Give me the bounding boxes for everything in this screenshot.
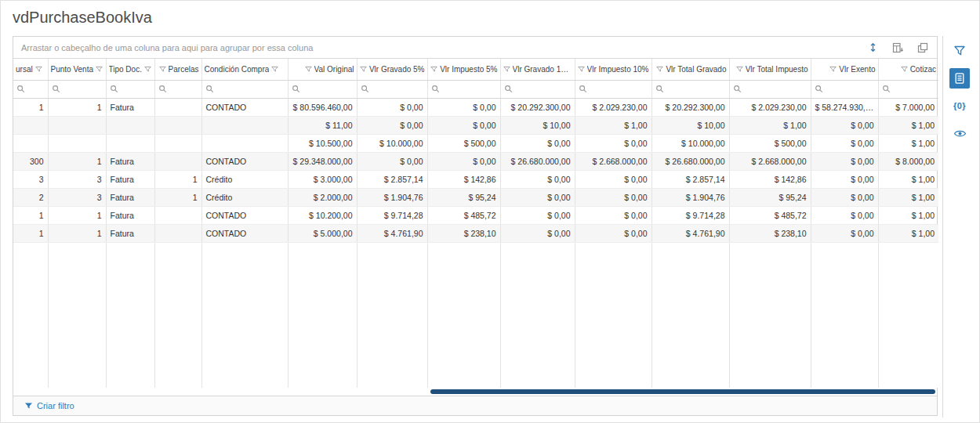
cell-vlr-total-impuesto[interactable]: $ 1,00 (729, 116, 811, 134)
column-header-sucursal[interactable]: ursal (13, 59, 48, 80)
cell-punto-venta[interactable]: 3 (48, 188, 106, 206)
cell-vlr-total-gravado[interactable]: $ 10,00 (652, 116, 729, 134)
header-filter-icon[interactable] (829, 66, 837, 73)
cell-punto-venta[interactable]: 1 (48, 152, 106, 170)
cell-punto-venta[interactable]: 1 (48, 98, 106, 116)
cell-sucursal[interactable]: 2 (13, 188, 48, 206)
column-header-vlr-impuesto-10[interactable]: Vlr Impuesto 10% (575, 59, 652, 80)
filter-cell-vlr-impuesto-5[interactable] (427, 80, 500, 98)
cell-parcelas[interactable]: 1 (154, 170, 201, 188)
header-filter-icon[interactable] (430, 66, 437, 73)
cell-vlr-gravado-10[interactable]: $ 0,00 (500, 206, 575, 224)
cell-vlr-impuesto-10[interactable]: $ 0,00 (575, 188, 652, 206)
cell-vlr-impuesto-10[interactable]: $ 0,00 (575, 134, 652, 152)
cell-cotizacion[interactable]: $ 1,00 (878, 206, 938, 224)
cell-vlr-impuesto-5[interactable]: $ 0,00 (427, 116, 500, 134)
column-header-punto-venta[interactable]: Punto Venta (48, 59, 106, 80)
filter-cell-vlr-total-gravado[interactable] (652, 80, 729, 98)
cell-vlr-exento[interactable]: $ 58.274.930,00 (811, 98, 878, 116)
cell-sucursal[interactable] (13, 134, 48, 152)
cell-vlr-gravado-5[interactable]: $ 4.761,90 (357, 224, 427, 242)
table-row[interactable]: 23Fatura1Crédito$ 2.000,00$ 1.904,76$ 95… (13, 188, 938, 206)
cell-condicion-compra[interactable] (201, 134, 288, 152)
cell-condicion-compra[interactable]: CONTADO (201, 206, 288, 224)
cell-vlr-total-gravado[interactable]: $ 1.904,76 (652, 188, 729, 206)
column-header-val-original[interactable]: Val Original (288, 59, 357, 80)
cell-val-original[interactable]: $ 29.348.000,00 (288, 152, 357, 170)
cell-cotizacion[interactable]: $ 7.000,00 (878, 98, 938, 116)
cell-parcelas[interactable] (154, 152, 201, 170)
cell-vlr-gravado-10[interactable]: $ 0,00 (500, 134, 575, 152)
cell-vlr-total-gravado[interactable]: $ 26.680.000,00 (652, 152, 729, 170)
filter-cell-vlr-gravado-10[interactable] (500, 80, 575, 98)
cell-cotizacion[interactable]: $ 1,00 (878, 170, 938, 188)
cell-vlr-impuesto-10[interactable]: $ 0,00 (575, 224, 652, 242)
cell-punto-venta[interactable]: 1 (48, 224, 106, 242)
cell-val-original[interactable]: $ 3.000,00 (288, 170, 357, 188)
cell-vlr-total-gravado[interactable]: $ 10.000,00 (652, 134, 729, 152)
cell-parcelas[interactable] (154, 116, 201, 134)
cell-vlr-exento[interactable]: $ 0,00 (811, 224, 878, 242)
cell-vlr-total-impuesto[interactable]: $ 238,10 (729, 224, 811, 242)
header-filter-icon[interactable] (578, 66, 585, 73)
column-header-parcelas[interactable]: Parcelas (154, 59, 201, 80)
filter-cell-vlr-total-impuesto[interactable] (729, 80, 811, 98)
parameters-button[interactable]: {0} (949, 96, 970, 116)
horizontal-scrollbar[interactable] (13, 388, 937, 396)
cell-parcelas[interactable] (154, 206, 201, 224)
create-filter-link[interactable]: Criar filtro (24, 401, 74, 410)
filter-builder-button[interactable] (949, 41, 970, 61)
cell-vlr-impuesto-10[interactable]: $ 2.029.230,00 (575, 98, 652, 116)
fit-columns-icon[interactable] (865, 40, 880, 56)
cell-vlr-gravado-10[interactable]: $ 20.292.300,00 (500, 98, 575, 116)
cell-condicion-compra[interactable]: CONTADO (201, 152, 288, 170)
cell-sucursal[interactable]: 1 (13, 224, 48, 242)
cell-vlr-total-gravado[interactable]: $ 4.761,90 (652, 224, 729, 242)
header-filter-icon[interactable] (96, 66, 103, 73)
column-chooser-icon[interactable] (915, 40, 931, 56)
cell-sucursal[interactable] (13, 116, 48, 134)
header-filter-icon[interactable] (503, 66, 510, 73)
cell-condicion-compra[interactable]: CONTADO (201, 98, 288, 116)
cell-cotizacion[interactable]: $ 1,00 (878, 134, 938, 152)
cell-vlr-exento[interactable]: $ 0,00 (811, 134, 878, 152)
table-row[interactable]: 11FaturaCONTADO$ 10.200,00$ 9.714,28$ 48… (13, 206, 938, 224)
cell-vlr-gravado-5[interactable]: $ 0,00 (357, 98, 427, 116)
grid-view-button[interactable] (949, 68, 970, 89)
filter-cell-vlr-exento[interactable] (811, 80, 878, 98)
cell-vlr-impuesto-5[interactable]: $ 0,00 (427, 98, 500, 116)
column-header-tipo-doc[interactable]: Tipo Doc. (106, 59, 154, 80)
cell-val-original[interactable]: $ 2.000,00 (288, 188, 357, 206)
table-row[interactable]: 11FaturaCONTADO$ 5.000,00$ 4.761,90$ 238… (13, 224, 938, 242)
table-row[interactable]: 33Fatura1Crédito$ 3.000,00$ 2.857,14$ 14… (13, 170, 938, 188)
filter-cell-vlr-impuesto-10[interactable] (575, 80, 652, 98)
cell-vlr-impuesto-5[interactable]: $ 238,10 (427, 224, 500, 242)
column-header-vlr-impuesto-5[interactable]: Vlr Impuesto 5% (427, 59, 500, 80)
cell-vlr-impuesto-5[interactable]: $ 142,86 (427, 170, 500, 188)
cell-condicion-compra[interactable]: Crédito (201, 170, 288, 188)
header-filter-icon[interactable] (144, 66, 151, 73)
cell-tipo-doc[interactable]: Fatura (106, 152, 154, 170)
cell-vlr-gravado-10[interactable]: $ 0,00 (500, 224, 575, 242)
cell-vlr-impuesto-5[interactable]: $ 0,00 (427, 152, 500, 170)
cell-punto-venta[interactable] (48, 134, 106, 152)
cell-condicion-compra[interactable]: CONTADO (201, 224, 288, 242)
cell-vlr-impuesto-10[interactable]: $ 0,00 (575, 170, 652, 188)
filter-cell-tipo-doc[interactable] (106, 80, 154, 98)
cell-vlr-impuesto-10[interactable]: $ 0,00 (575, 206, 652, 224)
cell-vlr-gravado-5[interactable]: $ 0,00 (357, 116, 427, 134)
preview-button[interactable] (949, 123, 970, 143)
cell-vlr-impuesto-5[interactable]: $ 95,24 (427, 188, 500, 206)
cell-sucursal[interactable]: 1 (13, 206, 48, 224)
cell-vlr-exento[interactable]: $ 0,00 (811, 206, 878, 224)
cell-punto-venta[interactable] (48, 116, 106, 134)
cell-vlr-total-gravado[interactable]: $ 20.292.300,00 (652, 98, 729, 116)
cell-parcelas[interactable]: 1 (154, 188, 201, 206)
header-filter-icon[interactable] (656, 66, 663, 73)
header-filter-icon[interactable] (901, 66, 908, 73)
cell-tipo-doc[interactable]: Fatura (106, 98, 154, 116)
cell-vlr-total-impuesto[interactable]: $ 2.668.000,00 (729, 152, 811, 170)
header-filter-icon[interactable] (271, 66, 278, 73)
filter-cell-val-original[interactable] (288, 80, 357, 98)
column-header-vlr-exento[interactable]: Vlr Exento (811, 59, 878, 80)
